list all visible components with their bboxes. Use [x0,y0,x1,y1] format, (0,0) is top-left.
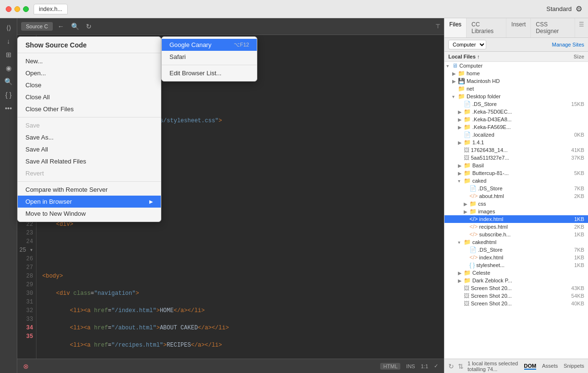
close-button[interactable] [6,6,12,12]
img1-icon: 🖼 [464,147,469,153]
right-panel: Files CC Libraries Insert CSS Designer ☰… [444,18,588,373]
img2-icon: 🖼 [464,154,469,161]
tree-item-home[interactable]: ▶ 📁 home [444,70,588,77]
menu-item-save-all[interactable]: Save All [18,143,161,155]
tab-insert[interactable]: Insert [506,18,531,37]
tree-item-screen2[interactable]: 🖼 Screen Shot 20... 54KB [444,292,588,300]
tree-item-cakedhtml-ds[interactable]: 📄 .DS_Store 7KB [444,246,588,254]
sidebar-icon-search[interactable]: 🔍 [3,76,14,87]
buttercup-size: 5KB [569,170,588,176]
tree-item-basil[interactable]: ▶ 📁 Basil [444,162,588,169]
manage-sites-link[interactable]: Manage Sites [552,42,584,47]
sidebar-icon-eye[interactable]: ◉ [3,62,14,74]
menu-item-save-related[interactable]: Save All Related Files [18,155,161,167]
bottom-tab-snippets[interactable]: Snippets [564,363,584,370]
cakedhtml-style-icon: { } [469,262,475,268]
minimize-button[interactable] [14,6,20,12]
title-right: Standard ⚙ [546,4,582,13]
refresh-icon[interactable]: ↻ [448,362,454,370]
tree-item-cakedhtml-style[interactable]: { } stylesheet... 1KB [444,261,588,269]
tree-item-buttercup[interactable]: ▶ 📁 Buttercup-81-... 5KB [444,169,588,177]
menu-item-close[interactable]: Close [18,79,161,91]
toolbar-forward[interactable]: 🔍 [69,22,81,31]
sidebar-icon-expand[interactable]: ⟨⟩ [3,22,14,34]
tree-item-caked-subscribe[interactable]: </> subscribe.h... 1KB [444,231,588,238]
img2-label: 5aa511f327e7... [471,155,569,161]
tree-item-img2[interactable]: 🖼 5aa511f327e7... 37KB [444,154,588,162]
keka3-icon: 📁 [464,124,471,130]
menu-item-open[interactable]: Open... [18,67,161,79]
tree-item-caked-index[interactable]: </> index.html 1KB [444,215,588,223]
menu-item-compare[interactable]: Compare with Remote Server [18,184,161,196]
141-icon: 📁 [464,139,471,146]
tab-files[interactable]: Files [444,18,467,37]
tree-item-img1[interactable]: 🖼 17626438_14... 41KB [444,146,588,154]
submenu-google-canary[interactable]: Google Canary ⌥F12 [162,39,257,51]
tree-item-screen3[interactable]: 🖼 Screen Shot 20... 40KB [444,300,588,307]
tree-item-macintosh[interactable]: ▶ 💾 Macintosh HD [444,77,588,85]
caked-css-label: css [478,201,588,207]
tree-arrow-cakedhtml: ▾ [458,240,464,245]
tree-item-caked-about[interactable]: </> about.html 2KB [444,192,588,200]
darkzeblock-icon: 📁 [464,277,471,284]
tree-item-141[interactable]: ▶ 📁 1.4.1 [444,139,588,146]
tab-cc-libraries[interactable]: CC Libraries [467,18,506,37]
menu-item-close-all[interactable]: Close All [18,91,161,103]
cakedhtml-style-size: 1KB [569,262,588,268]
tree-item-caked[interactable]: ▾ 📁 caked [444,177,588,185]
settings-icon[interactable]: ⚙ [576,4,582,13]
connect-icon[interactable]: ⇅ [458,362,464,370]
caked-ds-icon: 📄 [469,185,477,192]
sidebar-icon-grid[interactable]: ⊞ [3,49,14,60]
panel-menu-icon[interactable]: ☰ [575,18,588,37]
tree-item-caked-ds[interactable]: 📄 .DS_Store 7KB [444,185,588,192]
menu-separator-2 [18,181,161,182]
submenu-edit-browser-list[interactable]: Edit Browser List... [162,67,257,79]
tree-item-caked-css[interactable]: ▶ 📁 css [444,200,588,208]
tree-item-ds1[interactable]: 📄 .DS_Store 15KB [444,100,588,108]
tree-item-cakedhtml[interactable]: ▾ 📁 cakedhtml [444,238,588,246]
computer-select[interactable]: Computer [448,40,486,49]
titlebar: index.h... Standard ⚙ [0,0,588,18]
basil-label: Basil [472,163,588,168]
filter-icon[interactable]: ⊤ [435,23,440,30]
menu-item-save: Save [18,119,161,131]
submenu-safari[interactable]: Safari [162,51,257,63]
sidebar-icon-arrow-down[interactable]: ↓ [3,35,14,47]
tree-item-net[interactable]: 📁 net [444,85,588,93]
tree-arrow-celeste: ▶ [458,270,464,276]
tree-item-keka3[interactable]: ▶ 📁 .Keka-FA569E... [444,123,588,131]
bottom-tab-assets[interactable]: Assets [542,363,558,370]
toolbar-refresh[interactable]: ↻ [84,22,94,31]
tree-item-screen1[interactable]: 🖼 Screen Shot 20... 43KB [444,284,588,292]
tree-item-keka1[interactable]: ▶ 📁 .Keka-75D0EC... [444,108,588,116]
tree-item-computer[interactable]: ▾ 🖥 Computer [444,62,588,70]
tree-item-localized[interactable]: 📄 .localized 0KB [444,131,588,139]
buttercup-label: Buttercup-81-... [472,170,569,176]
sidebar-icon-snippet[interactable]: { } [3,89,14,101]
tree-item-cakedhtml-index[interactable]: </> index.html 1KB [444,254,588,261]
menu-item-open-browser[interactable]: Open in Browser ▶ [18,196,161,208]
tab-css-designer[interactable]: CSS Designer [531,18,575,37]
tree-item-caked-images[interactable]: ▶ 📁 images [444,208,588,215]
menu-item-close-others[interactable]: Close Other Files [18,103,161,115]
tree-item-caked-recipes[interactable]: </> recipes.html 2KB [444,223,588,231]
caked-subscribe-label: subscribe.h... [479,232,569,237]
editor-tab[interactable]: index.h... [34,4,68,14]
tree-arrow-caked-images: ▶ [464,209,469,214]
menu-item-save-as[interactable]: Save As... [18,131,161,143]
menu-item-new[interactable]: New... [18,55,161,67]
source-tab[interactable]: Source C [21,22,53,31]
tree-item-darkzeblock[interactable]: ▶ 📁 Dark Zeblock P... [444,277,588,284]
menu-item-move-window[interactable]: Move to New Window [18,208,161,220]
tree-item-celeste[interactable]: ▶ 📁 Celeste [444,269,588,277]
toolbar-back[interactable]: ← [56,22,66,31]
tree-item-keka2[interactable]: ▶ 📁 .Keka-D43EA8... [444,116,588,123]
tree-item-desktop[interactable]: ▾ 📁 Desktop folder [444,93,588,100]
sidebar-icon-more[interactable]: ••• [3,103,14,114]
mac-icon: 💾 [458,78,465,84]
maximize-button[interactable] [23,6,29,12]
bottom-tab-dom[interactable]: DOM [524,363,537,370]
panel-status-text: 1 local items selected totalling 74... [468,361,520,372]
traffic-lights [6,6,29,12]
